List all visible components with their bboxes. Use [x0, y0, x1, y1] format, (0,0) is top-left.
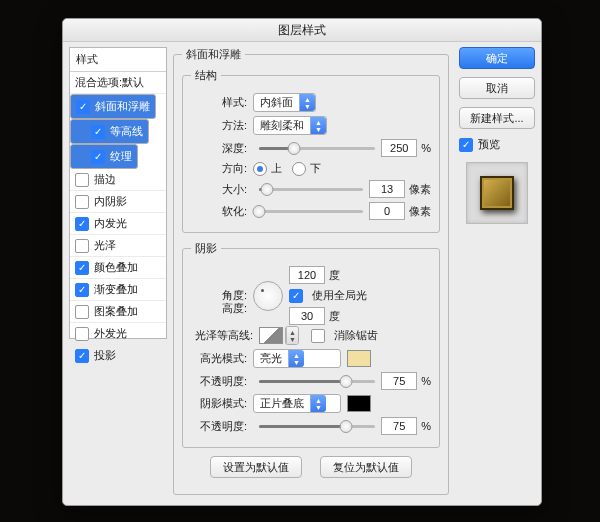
gloss-contour-dropdown[interactable] — [285, 326, 299, 345]
style-effect-row[interactable]: 颜色叠加 — [70, 257, 166, 279]
size-label: 大小: — [191, 182, 247, 197]
blending-options-row[interactable]: 混合选项:默认 — [70, 72, 166, 94]
altitude-input[interactable]: 30 — [289, 307, 325, 325]
style-effect-row[interactable]: 描边 — [70, 169, 166, 191]
direction-down-radio[interactable]: 下 — [292, 161, 321, 176]
shadow-opacity-label: 不透明度: — [191, 419, 247, 434]
preview-label: 预览 — [478, 137, 500, 152]
highlight-opacity-input[interactable]: 75 — [381, 372, 417, 390]
effect-checkbox[interactable] — [76, 100, 90, 114]
highlight-opacity-label: 不透明度: — [191, 374, 247, 389]
depth-slider[interactable] — [259, 141, 375, 155]
new-style-button[interactable]: 新建样式... — [459, 107, 535, 129]
global-light-label: 使用全局光 — [312, 288, 367, 303]
preview-thumbnail — [480, 176, 514, 210]
gloss-contour-label: 光泽等高线: — [191, 328, 253, 343]
preview-box — [466, 162, 528, 224]
angle-dial[interactable] — [253, 281, 283, 311]
effect-label: 渐变叠加 — [94, 282, 138, 297]
effect-checkbox[interactable] — [75, 305, 89, 319]
technique-select[interactable]: 雕刻柔和 — [253, 116, 327, 135]
soften-input[interactable]: 0 — [369, 202, 405, 220]
style-effect-row[interactable]: 外发光 — [70, 323, 166, 345]
global-light-checkbox[interactable] — [289, 289, 303, 303]
structure-fieldset: 结构 样式: 内斜面 方法: 雕刻柔和 深度: 250 % — [182, 68, 440, 233]
depth-unit: % — [421, 142, 431, 154]
effect-checkbox[interactable] — [75, 349, 89, 363]
chevron-updown-icon — [288, 350, 304, 367]
shading-fieldset: 阴影 角度: 120 度 使用全局光 — [182, 241, 440, 448]
reset-default-button[interactable]: 复位为默认值 — [320, 456, 412, 478]
preview-checkbox[interactable] — [459, 138, 473, 152]
effect-checkbox[interactable] — [75, 261, 89, 275]
highlight-mode-label: 高光模式: — [191, 351, 247, 366]
effect-checkbox[interactable] — [91, 150, 105, 164]
style-effect-row[interactable]: 图案叠加 — [70, 301, 166, 323]
highlight-mode-select[interactable]: 亮光 — [253, 349, 341, 368]
radio-off-icon — [292, 162, 306, 176]
effect-label: 描边 — [94, 172, 116, 187]
shading-legend: 阴影 — [191, 241, 221, 256]
effect-label: 内阴影 — [94, 194, 127, 209]
highlight-color-swatch[interactable] — [347, 350, 371, 367]
chevron-updown-icon — [299, 94, 315, 111]
style-effect-row[interactable]: 等高线 — [70, 119, 149, 144]
ok-button[interactable]: 确定 — [459, 47, 535, 69]
dialog-body: 样式 混合选项:默认 斜面和浮雕等高线纹理描边内阴影内发光光泽颜色叠加渐变叠加图… — [69, 47, 535, 499]
style-effect-row[interactable]: 斜面和浮雕 — [70, 94, 156, 119]
effect-checkbox[interactable] — [75, 217, 89, 231]
style-effect-row[interactable]: 内发光 — [70, 213, 166, 235]
effect-checkbox[interactable] — [91, 125, 105, 139]
bevel-legend: 斜面和浮雕 — [182, 47, 245, 62]
effect-checkbox[interactable] — [75, 195, 89, 209]
shadow-mode-select[interactable]: 正片叠底 — [253, 394, 341, 413]
effect-label: 外发光 — [94, 326, 127, 341]
style-effect-row[interactable]: 投影 — [70, 345, 166, 367]
bevel-fieldset: 斜面和浮雕 结构 样式: 内斜面 方法: 雕刻柔和 深度: 250 — [173, 47, 449, 495]
radio-on-icon — [253, 162, 267, 176]
size-slider[interactable] — [259, 182, 363, 196]
effect-checkbox[interactable] — [75, 239, 89, 253]
altitude-label: 高度: — [191, 301, 247, 316]
depth-input[interactable]: 250 — [381, 139, 417, 157]
blending-options-label: 混合选项:默认 — [75, 75, 144, 90]
cancel-button[interactable]: 取消 — [459, 77, 535, 99]
soften-slider[interactable] — [259, 204, 363, 218]
chevron-updown-icon — [310, 117, 326, 134]
layer-style-dialog: 图层样式 样式 混合选项:默认 斜面和浮雕等高线纹理描边内阴影内发光光泽颜色叠加… — [62, 18, 542, 506]
style-list[interactable]: 样式 混合选项:默认 斜面和浮雕等高线纹理描边内阴影内发光光泽颜色叠加渐变叠加图… — [69, 47, 167, 339]
window-title: 图层样式 — [278, 23, 326, 37]
antialias-label: 消除锯齿 — [334, 328, 378, 343]
action-column: 确定 取消 新建样式... 预览 — [459, 47, 535, 224]
shadow-opacity-slider[interactable] — [259, 419, 375, 433]
preview-toggle[interactable]: 预览 — [459, 137, 535, 152]
chevron-down-icon — [286, 327, 298, 344]
titlebar: 图层样式 — [63, 19, 541, 42]
direction-up-radio[interactable]: 上 — [253, 161, 282, 176]
size-input[interactable]: 13 — [369, 180, 405, 198]
structure-legend: 结构 — [191, 68, 221, 83]
depth-label: 深度: — [191, 141, 247, 156]
chevron-updown-icon — [310, 395, 326, 412]
effect-checkbox[interactable] — [75, 327, 89, 341]
settings-panel: 斜面和浮雕 结构 样式: 内斜面 方法: 雕刻柔和 深度: 250 — [173, 47, 449, 503]
effect-label: 颜色叠加 — [94, 260, 138, 275]
angle-input[interactable]: 120 — [289, 266, 325, 284]
make-default-button[interactable]: 设置为默认值 — [210, 456, 302, 478]
effect-label: 投影 — [94, 348, 116, 363]
style-select[interactable]: 内斜面 — [253, 93, 316, 112]
effect-checkbox[interactable] — [75, 173, 89, 187]
style-effect-row[interactable]: 内阴影 — [70, 191, 166, 213]
style-effect-row[interactable]: 渐变叠加 — [70, 279, 166, 301]
antialias-checkbox[interactable] — [311, 329, 325, 343]
effect-label: 等高线 — [110, 124, 143, 139]
style-effect-row[interactable]: 光泽 — [70, 235, 166, 257]
gloss-contour-picker[interactable] — [259, 327, 283, 344]
shadow-opacity-input[interactable]: 75 — [381, 417, 417, 435]
shadow-color-swatch[interactable] — [347, 395, 371, 412]
style-effect-row[interactable]: 纹理 — [70, 144, 138, 169]
effect-checkbox[interactable] — [75, 283, 89, 297]
soften-label: 软化: — [191, 204, 247, 219]
style-list-header: 样式 — [70, 48, 166, 72]
highlight-opacity-slider[interactable] — [259, 374, 375, 388]
